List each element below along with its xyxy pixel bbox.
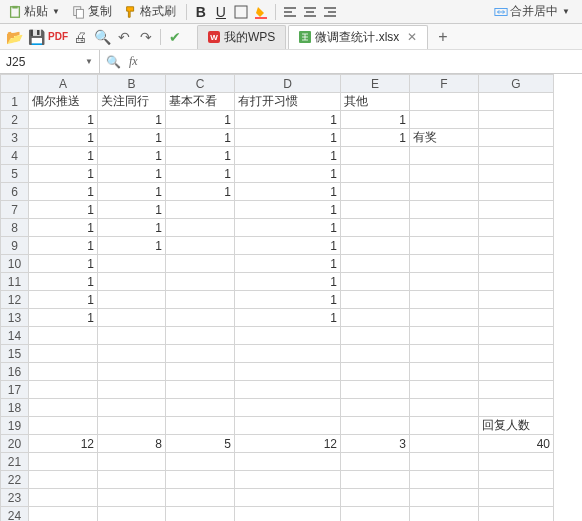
cell[interactable]: 1 <box>235 111 341 129</box>
redo-button[interactable]: ↷ <box>138 29 154 45</box>
cell[interactable]: 关注同行 <box>98 93 166 111</box>
cell[interactable]: 1 <box>29 309 98 327</box>
cell[interactable] <box>98 345 166 363</box>
align-center-button[interactable] <box>302 4 318 20</box>
cell[interactable] <box>98 309 166 327</box>
cell[interactable]: 1 <box>98 219 166 237</box>
border-button[interactable] <box>233 4 249 20</box>
cell[interactable] <box>235 507 341 522</box>
row-header[interactable]: 4 <box>1 147 29 165</box>
row-header[interactable]: 18 <box>1 399 29 417</box>
cell[interactable] <box>479 237 554 255</box>
cell[interactable] <box>479 93 554 111</box>
row-header[interactable]: 19 <box>1 417 29 435</box>
print-preview-button[interactable]: 🔍 <box>94 29 110 45</box>
col-header-A[interactable]: A <box>29 75 98 93</box>
add-tab-button[interactable]: + <box>430 28 455 46</box>
cell[interactable]: 1 <box>29 183 98 201</box>
cell[interactable] <box>410 381 479 399</box>
cell[interactable] <box>410 435 479 453</box>
col-header-D[interactable]: D <box>235 75 341 93</box>
cell[interactable] <box>166 453 235 471</box>
format-painter-button[interactable]: 格式刷 <box>120 1 180 22</box>
print-button[interactable]: 🖨 <box>72 29 88 45</box>
cell[interactable]: 1 <box>98 111 166 129</box>
row-header[interactable]: 2 <box>1 111 29 129</box>
cell[interactable]: 其他 <box>341 93 410 111</box>
cell[interactable] <box>410 417 479 435</box>
cell[interactable] <box>410 273 479 291</box>
merge-center-button[interactable]: 合并居中▼ <box>490 1 574 22</box>
cell[interactable] <box>341 273 410 291</box>
cell[interactable] <box>341 219 410 237</box>
cell[interactable] <box>341 255 410 273</box>
cell[interactable] <box>410 489 479 507</box>
cell[interactable] <box>235 417 341 435</box>
cell[interactable] <box>98 507 166 522</box>
cell[interactable] <box>410 183 479 201</box>
zoom-icon[interactable]: 🔍 <box>106 55 121 69</box>
cell[interactable]: 1 <box>235 183 341 201</box>
cell[interactable] <box>29 417 98 435</box>
cell[interactable]: 基本不看 <box>166 93 235 111</box>
cell[interactable] <box>479 345 554 363</box>
name-box[interactable]: J25 ▼ <box>0 50 100 73</box>
select-all-corner[interactable] <box>1 75 29 93</box>
cell[interactable]: 1 <box>98 165 166 183</box>
chevron-down-icon[interactable]: ▼ <box>85 57 93 66</box>
col-header-B[interactable]: B <box>98 75 166 93</box>
cell[interactable]: 1 <box>29 273 98 291</box>
cell[interactable] <box>410 309 479 327</box>
cell[interactable] <box>341 399 410 417</box>
cell[interactable] <box>98 273 166 291</box>
cell[interactable] <box>410 165 479 183</box>
cell[interactable] <box>410 219 479 237</box>
cell[interactable] <box>235 363 341 381</box>
undo-button[interactable]: ↶ <box>116 29 132 45</box>
row-header[interactable]: 7 <box>1 201 29 219</box>
cell[interactable] <box>341 201 410 219</box>
row-header[interactable]: 22 <box>1 471 29 489</box>
cell[interactable] <box>29 489 98 507</box>
cell[interactable] <box>341 489 410 507</box>
cell[interactable] <box>98 255 166 273</box>
cell[interactable]: 1 <box>166 183 235 201</box>
cell[interactable]: 1 <box>29 237 98 255</box>
cell[interactable] <box>341 147 410 165</box>
copy-button[interactable]: 复制 <box>68 1 116 22</box>
cell[interactable] <box>98 471 166 489</box>
row-header[interactable]: 5 <box>1 165 29 183</box>
row-header[interactable]: 13 <box>1 309 29 327</box>
cell[interactable] <box>341 165 410 183</box>
cell[interactable] <box>410 507 479 522</box>
cell[interactable]: 1 <box>235 309 341 327</box>
cell[interactable] <box>479 219 554 237</box>
cell[interactable] <box>29 381 98 399</box>
cell[interactable] <box>410 453 479 471</box>
fill-color-button[interactable] <box>253 4 269 20</box>
cell[interactable] <box>98 453 166 471</box>
cell[interactable] <box>29 327 98 345</box>
cell[interactable]: 1 <box>29 147 98 165</box>
cell[interactable] <box>98 291 166 309</box>
cell[interactable] <box>341 291 410 309</box>
cell[interactable]: 1 <box>341 129 410 147</box>
cell[interactable] <box>410 399 479 417</box>
cell[interactable] <box>341 345 410 363</box>
tab-spreadsheet[interactable]: 微调查统计.xlsx ✕ <box>288 25 428 49</box>
cell[interactable] <box>166 471 235 489</box>
cell[interactable] <box>341 363 410 381</box>
row-header[interactable]: 20 <box>1 435 29 453</box>
cell[interactable] <box>341 417 410 435</box>
cell[interactable] <box>166 201 235 219</box>
cell[interactable] <box>341 453 410 471</box>
cell[interactable] <box>166 417 235 435</box>
row-header[interactable]: 1 <box>1 93 29 111</box>
row-header[interactable]: 11 <box>1 273 29 291</box>
row-header[interactable]: 6 <box>1 183 29 201</box>
cell[interactable] <box>479 363 554 381</box>
cell[interactable] <box>341 471 410 489</box>
underline-button[interactable]: U <box>213 4 229 20</box>
cell[interactable] <box>410 291 479 309</box>
cell[interactable] <box>166 327 235 345</box>
